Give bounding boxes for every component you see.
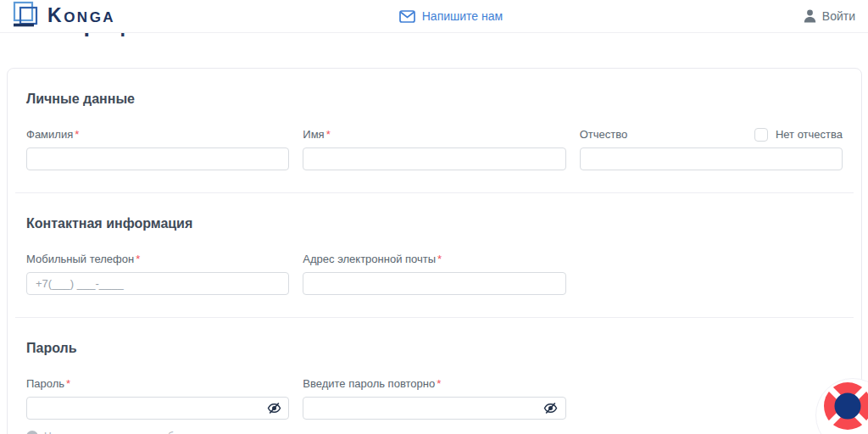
eye-off-icon[interactable]	[265, 400, 282, 417]
no-middle-name-label: Нет отчества	[776, 128, 843, 141]
email-input[interactable]	[303, 272, 565, 295]
section-divider	[15, 192, 854, 193]
required-mark: *	[136, 253, 140, 265]
first-name-field-group: Имя*	[303, 127, 565, 170]
required-mark: *	[437, 253, 442, 265]
required-mark: *	[437, 377, 441, 390]
support-widget-button[interactable]	[815, 378, 868, 434]
section-title-personal: Личные данные	[26, 92, 843, 107]
middle-name-label: Отчество	[580, 128, 628, 141]
top-header: Konga Напишите нам Войти	[0, 0, 868, 33]
personal-fields-row: Фамилия* Имя* Отчество Нет отчества	[26, 127, 843, 170]
registration-card: Личные данные Фамилия* Имя* Отчество Нет…	[7, 68, 862, 434]
section-divider	[15, 317, 854, 318]
first-name-input[interactable]	[303, 147, 565, 170]
logo-text: Konga	[47, 4, 115, 29]
password-fields-row: Пароль* Введите пароль повторно*	[26, 376, 843, 420]
no-middle-name-checkbox[interactable]	[754, 128, 768, 142]
login-button[interactable]: Войти	[804, 9, 855, 23]
password-hint-text: Не должен содержать пробелов	[44, 431, 196, 434]
eye-off-icon[interactable]	[542, 400, 559, 417]
check-circle-icon	[26, 431, 38, 434]
password-repeat-field-group: Введите пароль повторно*	[303, 376, 565, 420]
first-name-label: Имя*	[303, 128, 330, 141]
logo[interactable]: Konga	[13, 1, 115, 31]
middle-name-input[interactable]	[580, 147, 843, 170]
last-name-label: Фамилия*	[26, 128, 79, 141]
section-title-contact: Контактная информация	[26, 216, 843, 231]
last-name-input[interactable]	[26, 147, 289, 170]
login-label: Войти	[822, 9, 855, 23]
contact-us-link[interactable]: Напишите нам	[399, 9, 503, 23]
password-field-group: Пароль*	[26, 376, 289, 420]
email-label: Адрес электронной почты*	[303, 253, 442, 265]
phone-input[interactable]	[26, 272, 289, 295]
password-hint-row: Не должен содержать пробелов	[26, 431, 843, 434]
phone-label: Мобильный телефон*	[26, 253, 140, 265]
required-mark: *	[326, 128, 331, 141]
contact-fields-row: Мобильный телефон* Адрес электронной поч…	[26, 252, 843, 295]
password-label: Пароль*	[26, 377, 70, 390]
contact-us-label: Напишите нам	[422, 9, 503, 23]
password-input[interactable]	[26, 397, 289, 420]
middle-name-field-group: Отчество Нет отчества	[580, 127, 843, 170]
no-middle-name-checkbox-wrap[interactable]: Нет отчества	[754, 128, 843, 142]
email-field-group: Адрес электронной почты*	[303, 252, 565, 295]
required-mark: *	[66, 377, 70, 390]
envelope-icon	[399, 10, 415, 23]
section-title-password: Пароль	[26, 341, 843, 356]
phone-field-group: Мобильный телефон*	[26, 252, 289, 295]
password-repeat-input[interactable]	[303, 397, 565, 420]
required-mark: *	[75, 128, 79, 141]
password-repeat-label: Введите пароль повторно*	[303, 377, 441, 390]
logo-squares-icon	[13, 1, 42, 31]
user-icon	[804, 9, 816, 23]
last-name-field-group: Фамилия*	[26, 127, 289, 170]
